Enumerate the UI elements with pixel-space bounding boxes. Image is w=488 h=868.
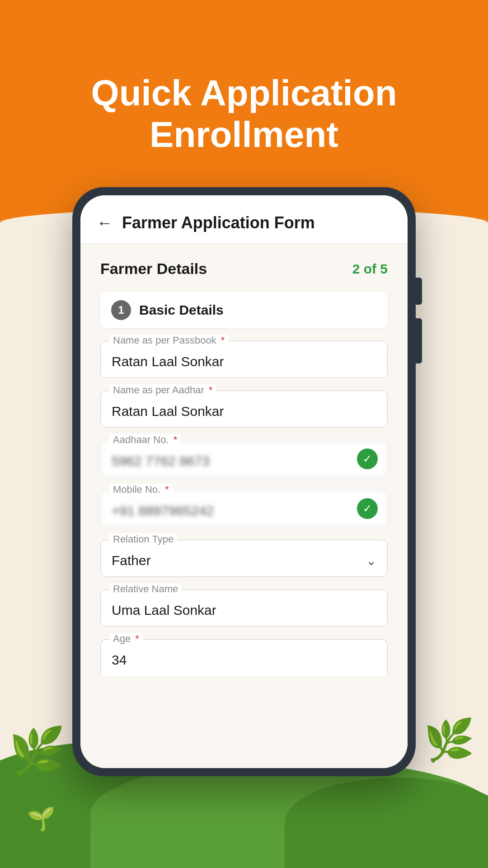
mobile-verified-icon: ✓ [357, 498, 378, 519]
relation-type-label: Relation Type [109, 533, 177, 545]
relative-name-field: Relative Name [100, 590, 388, 627]
form-content: Farmer Details 2 of 5 1 Basic Details Na… [80, 244, 408, 768]
mobile-number-field: Mobile No. * ✓ [100, 490, 388, 527]
volume-button [416, 278, 422, 305]
phone-screen: ← Farmer Application Form Farmer Details… [80, 195, 408, 768]
age-required-star: * [135, 633, 139, 644]
aadhaar-number-label: Aadhaar No. * [109, 434, 181, 446]
aadhaar-number-field: Aadhaar No. * ✓ [100, 440, 388, 477]
aadhaar-number-input[interactable] [100, 440, 388, 477]
aadhar-name-field: Name as per Aadhar * [100, 391, 388, 428]
passbook-required-star: * [221, 335, 225, 346]
hero-title: Quick Application Enrollment [0, 0, 488, 174]
mobile-required-star: * [165, 484, 169, 495]
power-button [416, 318, 422, 363]
relation-type-field: Relation Type Father ⌄ [100, 540, 388, 577]
mobile-number-label: Mobile No. * [109, 484, 173, 495]
age-input[interactable] [100, 639, 388, 676]
passbook-name-label: Name as per Passbook * [109, 335, 228, 346]
aadhar-required-star: * [209, 384, 213, 396]
small-plant-decoration: 🌱 [27, 806, 55, 832]
passbook-name-input[interactable] [100, 341, 388, 378]
app-bar-title: Farmer Application Form [122, 213, 315, 232]
aadhar-name-input[interactable] [100, 391, 388, 428]
back-button[interactable]: ← [97, 213, 113, 232]
section-header: Farmer Details 2 of 5 [100, 260, 388, 278]
section-progress: 2 of 5 [352, 261, 388, 277]
passbook-name-field: Name as per Passbook * [100, 341, 388, 378]
chevron-down-icon: ⌄ [366, 553, 376, 568]
relation-type-value: Father [112, 553, 151, 568]
relative-name-input[interactable] [100, 590, 388, 627]
age-label: Age * [109, 633, 143, 645]
phone-frame: ← Farmer Application Form Farmer Details… [72, 187, 416, 776]
aadhaar-verified-icon: ✓ [357, 448, 378, 469]
aadhar-name-label: Name as per Aadhar * [109, 384, 216, 396]
age-field: Age * [100, 639, 388, 676]
relation-type-dropdown[interactable]: Father ⌄ [100, 540, 388, 577]
relative-name-label: Relative Name [109, 583, 182, 595]
mobile-number-input[interactable] [100, 490, 388, 527]
app-bar: ← Farmer Application Form [80, 195, 408, 244]
step-label: Basic Details [139, 302, 224, 318]
section-title: Farmer Details [100, 260, 207, 278]
phone-wrapper: ← Farmer Application Form Farmer Details… [0, 187, 488, 776]
aadhaar-required-star: * [174, 434, 178, 445]
step-number: 1 [111, 300, 131, 320]
step-indicator: 1 Basic Details [100, 292, 388, 328]
